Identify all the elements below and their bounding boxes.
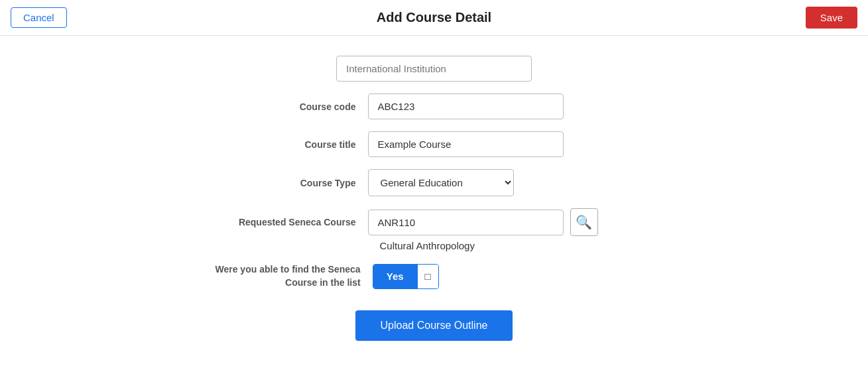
course-title-label: Course title bbox=[216, 139, 368, 150]
course-type-row: Course Type General Education Required E… bbox=[216, 169, 653, 196]
page-title: Add Course Detail bbox=[377, 10, 491, 25]
seneca-course-label: Requested Seneca Course bbox=[216, 217, 368, 227]
course-code-input[interactable] bbox=[368, 94, 564, 119]
institution-input[interactable] bbox=[336, 56, 532, 82]
seneca-course-input[interactable] bbox=[368, 210, 564, 235]
save-button[interactable]: Save bbox=[806, 7, 857, 29]
course-code-row: Course code bbox=[216, 94, 653, 119]
header-inner: Cancel Add Course Detail Save bbox=[11, 7, 857, 29]
course-title-input[interactable] bbox=[368, 131, 564, 157]
header: Cancel Add Course Detail Save bbox=[0, 0, 868, 36]
no-button[interactable]: □ bbox=[417, 265, 438, 288]
yes-button[interactable]: Yes bbox=[373, 265, 417, 288]
form-area: Course code Course title Course Type Gen… bbox=[0, 36, 868, 361]
search-seneca-button[interactable]: 🔍 bbox=[570, 208, 598, 236]
found-course-row: Were you able to find the Seneca Course … bbox=[216, 263, 653, 289]
course-type-select[interactable]: General Education Required Elective bbox=[368, 169, 514, 196]
course-type-label: Course Type bbox=[216, 178, 368, 188]
search-icon: 🔍 bbox=[576, 214, 592, 230]
toggle-no-icon: □ bbox=[425, 271, 431, 282]
upload-course-outline-button[interactable]: Upload Course Outline bbox=[355, 310, 513, 341]
course-code-label: Course code bbox=[216, 101, 368, 112]
seneca-course-row: Requested Seneca Course 🔍 bbox=[216, 208, 653, 236]
course-title-row: Course title bbox=[216, 131, 653, 157]
course-name-row: Cultural Anthropology bbox=[216, 240, 653, 251]
found-course-label: Were you able to find the Seneca Course … bbox=[216, 263, 373, 289]
yes-no-toggle[interactable]: Yes □ bbox=[373, 264, 439, 289]
course-name-display: Cultural Anthropology bbox=[380, 240, 475, 251]
cancel-button[interactable]: Cancel bbox=[11, 7, 67, 28]
